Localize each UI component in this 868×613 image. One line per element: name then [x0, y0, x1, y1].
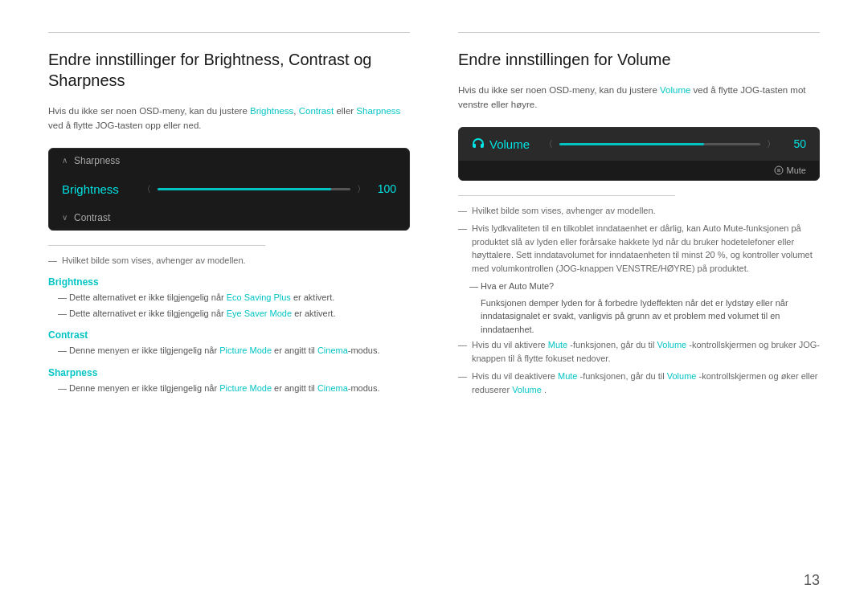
right-note-mute-activate: — Hvis du vil aktivere Mute -funksjonen,… [458, 338, 820, 365]
slider-fill [158, 188, 331, 190]
slider-left-arrow: 〈 [142, 183, 151, 195]
vol-slider-right: 〉 [767, 138, 776, 150]
sharpness-section-label: Sharpness [48, 367, 410, 378]
contrast-note-1: — Denne menyen er ikke tilgjengelig når … [48, 344, 410, 358]
svg-point-0 [775, 166, 783, 174]
right-section: Endre innstillingen for Volume Hvis du i… [458, 32, 820, 581]
volume-osd: Volume 〈 〉 50 Mute [458, 127, 820, 181]
volume-slider: 〈 〉 50 [544, 137, 806, 150]
osd-row-contrast: ∨ Contrast [49, 206, 409, 230]
osd-sharpness-label: Sharpness [74, 155, 138, 166]
divider-1 [48, 245, 265, 246]
mute-icon [774, 166, 784, 175]
slider-right-arrow: 〉 [357, 183, 366, 195]
chevron-up-icon: ∧ [62, 156, 68, 165]
right-note-autoMute-subtext: Funksjonen demper lyden for å forbedre l… [458, 296, 820, 337]
brightness-note-1: — Dette alternativet er ikke tilgjengeli… [48, 291, 410, 304]
right-title: Endre innstillingen for Volume [458, 49, 820, 70]
vol-slider-track [559, 143, 760, 145]
left-title: Endre innstillinger for Brightness, Cont… [48, 49, 410, 91]
osd-brightness-label: Brightness [62, 182, 142, 196]
contrast-section-label: Contrast [48, 329, 410, 341]
volume-label: Volume [472, 137, 544, 151]
brightness-slider: 〈 〉 100 [142, 182, 396, 195]
osd-row-brightness: Brightness 〈 〉 100 [49, 173, 409, 206]
vol-slider-left: 〈 [544, 138, 553, 150]
mute-label: Mute [787, 166, 806, 175]
note-model: — Hvilket bilde som vises, avhenger av m… [48, 254, 410, 268]
right-note-mute-deactivate: — Hvis du vil deaktivere Mute -funksjone… [458, 370, 820, 396]
right-divider-1 [458, 195, 675, 196]
left-intro: Hvis du ikke ser noen OSD-meny, kan du j… [48, 104, 410, 133]
right-note-autoMute-sublabel: — Hva er Auto Mute? [458, 280, 820, 293]
osd-row-sharpness: ∧ Sharpness [49, 149, 409, 173]
chevron-down-icon: ∨ [62, 213, 68, 222]
osd-display: ∧ Sharpness Brightness 〈 〉 100 ∨ Contras… [48, 148, 410, 231]
sharpness-note-1: — Denne menyen er ikke tilgjengelig når … [48, 382, 410, 395]
brightness-section-label: Brightness [48, 276, 410, 288]
vol-slider-fill [559, 143, 704, 145]
osd-contrast-label: Contrast [74, 212, 138, 223]
volume-value: 50 [782, 137, 806, 150]
right-intro: Hvis du ikke ser noen OSD-meny, kan du j… [458, 83, 820, 112]
right-note-model: — Hvilket bilde som vises, avhenger av m… [458, 204, 820, 218]
headphone-icon [472, 137, 485, 150]
right-notes: — Hvilket bilde som vises, avhenger av m… [458, 204, 820, 397]
left-section: Endre innstillinger for Brightness, Cont… [48, 32, 410, 581]
slider-track [158, 188, 350, 190]
brightness-note-2: — Dette alternativet er ikke tilgjengeli… [48, 307, 410, 321]
page-number: 13 [804, 572, 820, 589]
mute-row: Mute [459, 161, 819, 180]
brightness-value: 100 [372, 182, 396, 195]
right-note-autoMute: — Hvis lydkvaliteten til en tilkoblet in… [458, 222, 820, 275]
volume-row: Volume 〈 〉 50 [459, 128, 819, 161]
